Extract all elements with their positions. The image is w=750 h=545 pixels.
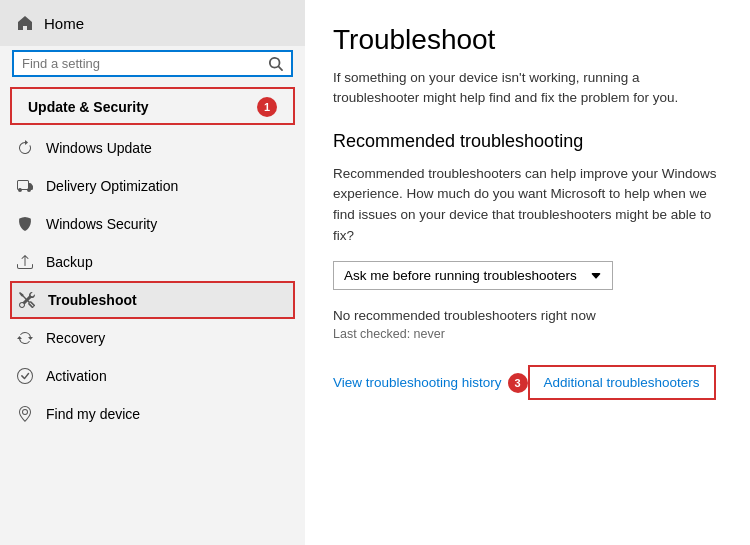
wrench-icon	[18, 291, 36, 309]
section-badge: 1	[257, 97, 277, 117]
sidebar: Home Update & Security 1 Windows Update	[0, 0, 305, 545]
sidebar-item-backup[interactable]: Backup	[0, 243, 305, 281]
page-title: Troubleshoot	[333, 24, 722, 56]
recommended-title: Recommended troubleshooting	[333, 131, 722, 152]
additional-troubleshooters-button[interactable]: 3 Additional troubleshooters	[528, 365, 716, 400]
nav-label: Windows Security	[46, 216, 157, 232]
home-label: Home	[44, 15, 84, 32]
refresh-icon	[16, 139, 34, 157]
search-icon	[269, 57, 283, 71]
last-checked-text: Last checked: never	[333, 327, 722, 341]
sidebar-item-delivery-optimization[interactable]: Delivery Optimization	[0, 167, 305, 205]
troubleshoot-dropdown[interactable]: Ask me before running troubleshooters	[333, 261, 613, 290]
sidebar-item-home[interactable]: Home	[0, 0, 305, 46]
activation-icon	[16, 367, 34, 385]
nav-label: Activation	[46, 368, 107, 384]
sidebar-item-recovery[interactable]: Recovery	[0, 319, 305, 357]
home-icon	[16, 14, 34, 32]
sidebar-item-windows-update[interactable]: Windows Update	[0, 129, 305, 167]
sidebar-item-activation[interactable]: Activation	[0, 357, 305, 395]
section-header: Update & Security 1	[10, 87, 295, 125]
recommended-description: Recommended troubleshooters can help imp…	[333, 164, 722, 248]
search-input[interactable]	[22, 56, 263, 71]
main-content: Troubleshoot If something on your device…	[305, 0, 750, 545]
nav-label: Recovery	[46, 330, 105, 346]
no-troubleshooters-text: No recommended troubleshooters right now	[333, 308, 722, 323]
page-description: If something on your device isn't workin…	[333, 68, 722, 109]
search-box	[12, 50, 293, 77]
sidebar-item-windows-security[interactable]: Windows Security	[0, 205, 305, 243]
sidebar-item-troubleshoot[interactable]: Troubleshoot	[10, 281, 295, 319]
nav-label: Windows Update	[46, 140, 152, 156]
dropdown-value: Ask me before running troubleshooters	[344, 268, 577, 283]
chevron-down-icon	[590, 270, 602, 282]
nav-label: Find my device	[46, 406, 140, 422]
upload-icon	[16, 253, 34, 271]
view-history-link[interactable]: View troubleshooting history	[333, 375, 502, 390]
recovery-icon	[16, 329, 34, 347]
shield-icon	[16, 215, 34, 233]
nav-label: Backup	[46, 254, 93, 270]
location-icon	[16, 405, 34, 423]
additional-badge: 3	[508, 373, 528, 393]
delivery-icon	[16, 177, 34, 195]
sidebar-item-find-my-device[interactable]: Find my device	[0, 395, 305, 433]
nav-label: Delivery Optimization	[46, 178, 178, 194]
nav-label: Troubleshoot	[48, 292, 137, 308]
